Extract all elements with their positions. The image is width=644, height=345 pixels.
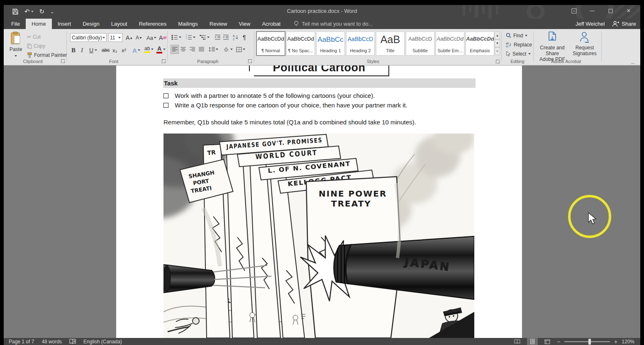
tab-view[interactable]: View: [233, 19, 256, 29]
word-count[interactable]: 48 words: [41, 339, 62, 345]
styles-dialog-launcher[interactable]: [496, 60, 500, 64]
maximize-icon[interactable]: [601, 5, 620, 17]
shading-button[interactable]: [223, 45, 233, 54]
tab-layout[interactable]: Layout: [105, 19, 133, 29]
window-title: Cartoon practice.docx - Word: [4, 8, 640, 14]
request-signatures-button[interactable]: Request Signatures: [569, 31, 600, 56]
align-right-button[interactable]: [190, 45, 195, 54]
style-normal[interactable]: AaBbCcDd ¶ Normal: [256, 32, 285, 56]
close-icon[interactable]: ✕: [620, 5, 638, 17]
align-left-button[interactable]: [171, 45, 179, 54]
tab-design[interactable]: Design: [77, 19, 105, 29]
borders-button[interactable]: [236, 45, 245, 54]
user-name[interactable]: Jeff Weichel: [576, 21, 605, 27]
justify-button[interactable]: [199, 45, 204, 54]
web-layout-button[interactable]: [542, 338, 553, 345]
increase-indent-icon: [223, 34, 229, 40]
style-heading-2[interactable]: AaBbCcD Heading 2: [346, 32, 375, 56]
read-mode-button[interactable]: [512, 338, 523, 345]
checkbox-icon[interactable]: [163, 93, 168, 98]
share-person-icon: [612, 21, 619, 27]
share-button[interactable]: Share: [612, 21, 636, 27]
tab-file[interactable]: File: [5, 19, 26, 29]
underline-button[interactable]: U: [89, 46, 97, 55]
format-painter-button[interactable]: Format Painter: [27, 51, 67, 60]
line-spacing-button[interactable]: [209, 45, 218, 54]
show-hide-pilcrow-button[interactable]: ¶: [243, 33, 246, 42]
replace-button[interactable]: abac Replace: [506, 41, 532, 48]
increase-indent-button[interactable]: [223, 33, 229, 42]
shrink-font-button[interactable]: A▼: [136, 33, 142, 42]
tab-review[interactable]: Review: [204, 19, 233, 29]
find-button[interactable]: Find: [506, 32, 527, 39]
document-page[interactable]: Political Cartoon Practice Task Work wit…: [116, 66, 522, 338]
replace-icon: abac: [506, 42, 512, 47]
tab-insert[interactable]: Insert: [52, 19, 77, 29]
save-icon[interactable]: [12, 8, 19, 15]
tab-home[interactable]: Home: [26, 19, 52, 29]
superscript-button[interactable]: x²: [122, 46, 126, 55]
subscript-button[interactable]: x₂: [112, 46, 117, 55]
copy-button[interactable]: Copy: [27, 41, 45, 51]
bold-button[interactable]: B: [71, 46, 76, 55]
page-indicator[interactable]: Page 1 of 7: [9, 339, 34, 345]
change-case-button[interactable]: Aa: [146, 33, 156, 42]
decrease-indent-button[interactable]: [215, 33, 221, 42]
tell-me-box[interactable]: Tell me what you want to do...: [294, 19, 373, 29]
proofing-icon[interactable]: [69, 339, 76, 344]
ribbon-display-options-icon[interactable]: [565, 5, 583, 17]
tab-mailings[interactable]: Mailings: [172, 19, 204, 29]
italic-button[interactable]: I: [81, 46, 83, 55]
sort-button[interactable]: AZ: [233, 33, 239, 42]
ribbon-home: Paste ✂ Cut Copy Format Painter Clipboar…: [4, 29, 640, 66]
styles-gallery-more[interactable]: ≡: [495, 47, 500, 55]
zoom-in-button[interactable]: +: [614, 338, 617, 345]
language-indicator[interactable]: English (Canada): [83, 339, 122, 345]
checkbox-icon[interactable]: [163, 103, 168, 108]
align-center-button[interactable]: [181, 45, 186, 54]
borders-icon: [236, 47, 242, 52]
clear-formatting-button[interactable]: A: [159, 33, 166, 42]
cut-button[interactable]: ✂ Cut: [27, 32, 41, 41]
grow-font-button[interactable]: A▲: [126, 33, 133, 42]
styles-scroll-up[interactable]: ▲: [495, 32, 500, 39]
font-name-combo[interactable]: Calibri (Body): [70, 33, 107, 42]
political-cartoon-image[interactable]: SHANGH PORT TREATI TR JAPANESE GOV'T. PR…: [163, 134, 474, 338]
style-subtitle[interactable]: AaBbCcD Subtitle: [406, 32, 434, 56]
minimize-icon[interactable]: —: [583, 5, 601, 17]
select-button[interactable]: Select: [506, 50, 531, 57]
redo-icon[interactable]: ↻: [39, 8, 45, 15]
numbering-button[interactable]: [185, 33, 195, 42]
align-right-icon: [190, 47, 195, 52]
zoom-out-button[interactable]: −: [557, 338, 560, 345]
customize-qat-icon[interactable]: ⌄: [50, 9, 54, 15]
undo-icon[interactable]: ↶: [24, 8, 34, 15]
style-no-spacing[interactable]: AaBbCcDd ¶ No Spac...: [286, 32, 315, 56]
style-title[interactable]: AaB Title: [376, 32, 405, 56]
style-subtle-emphasis[interactable]: AaBbCcDd Subtle Em...: [436, 32, 464, 56]
font-dialog-launcher[interactable]: [162, 59, 166, 63]
multilevel-list-icon: [200, 34, 206, 40]
font-color-button[interactable]: A: [156, 45, 166, 54]
create-share-pdf-button[interactable]: Create and Share Adobe PDF: [537, 31, 568, 62]
collapse-ribbon-icon[interactable]: ︿: [631, 60, 635, 66]
zoom-slider[interactable]: [564, 341, 610, 342]
bullets-button[interactable]: [171, 33, 181, 42]
zoom-level[interactable]: 120%: [622, 339, 634, 345]
paste-button[interactable]: Paste: [7, 32, 24, 59]
clipboard-dialog-launcher[interactable]: [61, 59, 65, 63]
tab-acrobat[interactable]: Acrobat: [256, 19, 286, 29]
tab-references[interactable]: References: [133, 19, 172, 29]
highlight-button[interactable]: ab: [144, 45, 154, 54]
style-heading-1[interactable]: AaBbCc Heading 1: [316, 32, 345, 56]
styles-scroll-down[interactable]: ▼: [495, 39, 500, 47]
text-effects-button[interactable]: A: [132, 46, 140, 55]
multilevel-list-button[interactable]: [200, 33, 210, 42]
paragraph-dialog-launcher[interactable]: [248, 59, 252, 63]
font-size-combo[interactable]: 11: [108, 33, 122, 42]
font-group-label: Font: [99, 59, 128, 64]
print-layout-button[interactable]: [527, 338, 538, 345]
zoom-slider-thumb[interactable]: [588, 339, 591, 345]
style-emphasis[interactable]: AaBbCcDd Emphasis: [466, 32, 494, 56]
strikethrough-button[interactable]: abc: [102, 46, 110, 55]
